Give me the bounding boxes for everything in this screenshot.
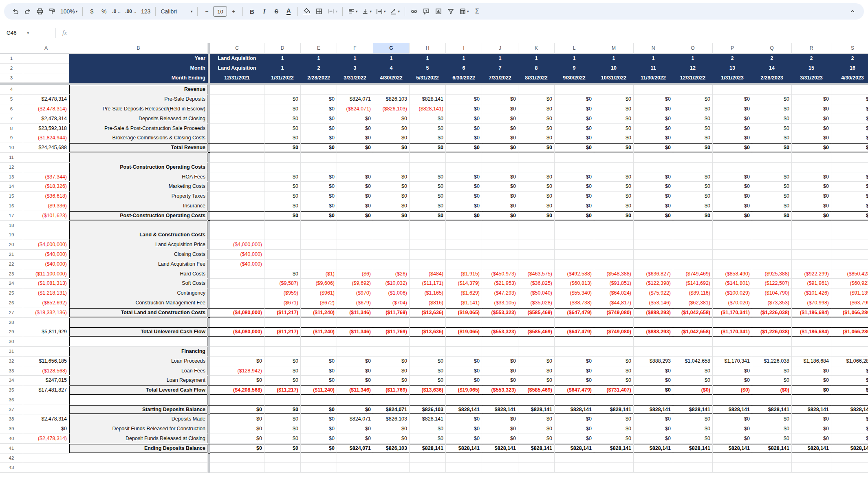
cell-B1[interactable]: Year xyxy=(69,54,208,64)
cell-H30[interactable] xyxy=(410,337,446,347)
cell-C22[interactable]: ($40,000) xyxy=(210,260,264,269)
cell-Q17[interactable]: $0 xyxy=(752,211,792,221)
cell-J37[interactable]: $828,141 xyxy=(482,405,518,415)
cell-K8[interactable]: $0 xyxy=(518,124,555,134)
cell-J3[interactable]: 7/31/2022 xyxy=(482,73,518,83)
cell-M38[interactable]: $0 xyxy=(594,414,634,424)
cell-M10[interactable]: $0 xyxy=(594,143,634,153)
cell-N25[interactable]: ($75,922) xyxy=(634,288,673,298)
cell-H38[interactable]: $828,141 xyxy=(410,414,446,424)
cell-J20[interactable] xyxy=(482,240,518,250)
cell-F36[interactable] xyxy=(337,395,373,405)
cell-J25[interactable]: ($47,293) xyxy=(482,288,518,298)
cell-P39[interactable]: $0 xyxy=(713,424,752,434)
row-header-37[interactable]: 37 xyxy=(0,405,23,415)
cell-D38[interactable]: $0 xyxy=(264,414,301,424)
cell-C7[interactable] xyxy=(210,114,264,124)
cell-H23[interactable]: ($484) xyxy=(410,269,446,279)
cell-H39[interactable]: $0 xyxy=(410,424,446,434)
cell-K11[interactable] xyxy=(518,153,555,163)
italic-button[interactable]: I xyxy=(258,6,270,17)
cell-Q14[interactable]: $0 xyxy=(752,182,792,192)
cell-Q24[interactable]: ($122,507) xyxy=(752,279,792,288)
cell-I13[interactable]: $0 xyxy=(446,172,482,182)
cell-P32[interactable]: $1,170,341 xyxy=(713,357,752,366)
number-format-button[interactable]: 123 xyxy=(139,6,152,17)
cell-A31[interactable] xyxy=(23,347,69,357)
cell-R26[interactable]: ($70,998) xyxy=(792,298,831,308)
cell-K24[interactable]: ($36,825) xyxy=(518,279,555,288)
cell-D30[interactable] xyxy=(264,337,301,347)
cell-B31[interactable]: Financing xyxy=(69,347,208,357)
bold-button[interactable]: B xyxy=(246,6,258,17)
cell-D8[interactable]: $0 xyxy=(264,124,301,134)
cell-Q28[interactable] xyxy=(752,318,792,328)
cell-H18[interactable] xyxy=(410,221,446,231)
cell-I7[interactable]: $0 xyxy=(446,114,482,124)
cell-P33[interactable]: $0 xyxy=(713,366,752,376)
cell-C35[interactable]: ($4,208,568) xyxy=(210,385,264,395)
cell-M12[interactable] xyxy=(594,163,634,172)
cell-I9[interactable]: $0 xyxy=(446,133,482,143)
cell-Q41[interactable]: $828,141 xyxy=(752,444,792,454)
cell-K23[interactable]: ($463,575) xyxy=(518,269,555,279)
cell-M30[interactable] xyxy=(594,337,634,347)
cell-H27[interactable]: ($13,636) xyxy=(410,308,446,318)
cell-S25[interactable]: ($91,135) xyxy=(831,288,868,298)
cell-O14[interactable]: $0 xyxy=(673,182,713,192)
cell-I15[interactable]: $0 xyxy=(446,192,482,201)
cell-A19[interactable] xyxy=(23,230,69,240)
cell-C41[interactable]: $0 xyxy=(210,444,264,454)
cell-E4[interactable] xyxy=(301,85,337,95)
cell-R31[interactable] xyxy=(792,347,831,357)
cell-L6[interactable]: $0 xyxy=(555,104,594,114)
cell-I8[interactable]: $0 xyxy=(446,124,482,134)
cell-O3[interactable]: 12/31/2022 xyxy=(673,73,713,83)
cell-N23[interactable]: ($636,827) xyxy=(634,269,673,279)
cell-D24[interactable]: ($9,587) xyxy=(264,279,301,288)
cell-Q13[interactable]: $0 xyxy=(752,172,792,182)
cell-O28[interactable] xyxy=(673,318,713,328)
col-header-G[interactable]: G xyxy=(373,43,410,54)
cell-C25[interactable] xyxy=(210,288,264,298)
cell-P5[interactable]: $0 xyxy=(713,95,752,104)
cell-R15[interactable]: $0 xyxy=(792,192,831,201)
col-header-Q[interactable]: Q xyxy=(752,43,792,54)
cell-R33[interactable]: $0 xyxy=(792,366,831,376)
cell-M4[interactable] xyxy=(594,85,634,95)
cell-P23[interactable]: ($858,490) xyxy=(713,269,752,279)
cell-I10[interactable]: $0 xyxy=(446,143,482,153)
cell-G7[interactable]: $0 xyxy=(373,114,410,124)
cell-C4[interactable] xyxy=(210,85,264,95)
cell-D22[interactable] xyxy=(264,260,301,269)
cell-H20[interactable] xyxy=(410,240,446,250)
cell-C19[interactable] xyxy=(210,230,264,240)
cell-Q5[interactable]: $0 xyxy=(752,95,792,104)
cell-L35[interactable]: ($647,479) xyxy=(555,385,594,395)
cell-L30[interactable] xyxy=(555,337,594,347)
cell-F24[interactable]: ($9,692) xyxy=(337,279,373,288)
cell-J30[interactable] xyxy=(482,337,518,347)
cell-D12[interactable] xyxy=(264,163,301,172)
cell-H2[interactable]: 5 xyxy=(410,64,446,73)
cell-N19[interactable] xyxy=(634,230,673,240)
cell-F1[interactable]: 1 xyxy=(337,54,373,64)
fill-color-button[interactable] xyxy=(301,6,313,17)
cell-J43[interactable] xyxy=(482,463,518,473)
cell-E26[interactable]: ($672) xyxy=(301,298,337,308)
cell-D11[interactable] xyxy=(264,153,301,163)
cell-R21[interactable] xyxy=(792,250,831,260)
cell-K30[interactable] xyxy=(518,337,555,347)
cell-D10[interactable]: $0 xyxy=(264,143,301,153)
cell-S39[interactable]: $0 xyxy=(831,424,868,434)
cell-S18[interactable] xyxy=(831,221,868,231)
cell-F43[interactable] xyxy=(337,463,373,473)
cell-F41[interactable]: $824,071 xyxy=(337,444,373,454)
cell-F10[interactable]: $0 xyxy=(337,143,373,153)
cell-D23[interactable]: $0 xyxy=(264,269,301,279)
cell-O6[interactable]: $0 xyxy=(673,104,713,114)
cell-O5[interactable]: $0 xyxy=(673,95,713,104)
cell-Q16[interactable]: $0 xyxy=(752,201,792,211)
cell-F32[interactable]: $0 xyxy=(337,357,373,366)
cell-L31[interactable] xyxy=(555,347,594,357)
